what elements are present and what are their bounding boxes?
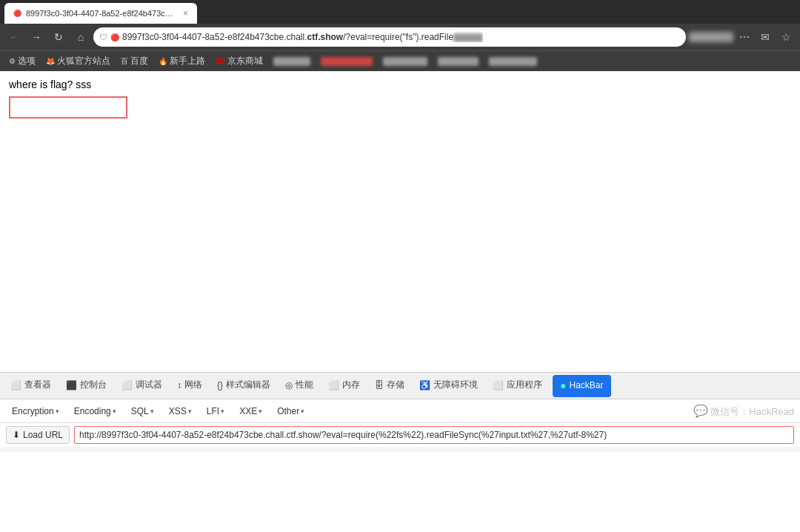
performance-icon: ◎: [285, 380, 293, 390]
console-icon: ⬛: [66, 380, 77, 390]
settings-icon: ⚙: [9, 57, 16, 65]
tab-inspector[interactable]: ⬜ 查看器: [3, 374, 59, 397]
watermark-text: 微信号：HackRead: [710, 406, 794, 417]
bookmark-blurred-3[interactable]: [379, 56, 432, 67]
sql-menu[interactable]: SQL ▾: [125, 404, 160, 419]
xxe-label: XXE: [239, 406, 257, 416]
other-arrow: ▾: [301, 408, 304, 415]
sql-arrow: ▾: [150, 408, 154, 415]
hackbar-dot-icon: ●: [560, 379, 566, 391]
lfi-menu[interactable]: LFI ▾: [201, 404, 230, 419]
tab-memory[interactable]: ⬜ 内存: [321, 374, 367, 397]
page-text: where is flag? sss: [9, 79, 791, 90]
tab-title: 8997f3c0-3f04-4407-8a52-e8f24b473cbe.cha…: [26, 9, 176, 18]
bookmark-blurred-1[interactable]: [269, 56, 315, 67]
bookmark-jd[interactable]: JD 京东商城: [211, 53, 267, 69]
encoding-label: Encoding: [74, 406, 111, 416]
hackbar-toolbar: Encryption ▾ Encoding ▾ SQL ▾ XSS ▾ LFI …: [0, 399, 800, 423]
jd-icon: JD: [216, 57, 225, 65]
xxe-menu[interactable]: XXE ▾: [233, 404, 268, 419]
debugger-icon: ⬜: [121, 380, 133, 390]
bookmark-newhand-label: 新手上路: [170, 55, 205, 67]
tab-console-label: 控制台: [80, 379, 107, 391]
tab-style-editor-label: 样式编辑器: [226, 379, 270, 391]
tab-accessibility-label: 无障碍环境: [433, 379, 478, 391]
lfi-arrow: ▾: [221, 408, 224, 415]
refresh-button[interactable]: ↻: [49, 27, 68, 47]
application-icon: ⬜: [493, 380, 504, 390]
sql-label: SQL: [131, 406, 149, 416]
tab-application[interactable]: ⬜ 应用程序: [485, 374, 550, 397]
tab-hackbar[interactable]: ● HackBar: [553, 375, 610, 397]
memory-icon: ⬜: [328, 380, 339, 390]
style-editor-icon: {}: [217, 380, 223, 390]
address-bar[interactable]: 🛡 🔴 8997f3c0-3f04-4407-8a52-e8f24b473cbe…: [93, 27, 686, 47]
bookmark-newhand[interactable]: 🔥 新手上路: [154, 53, 210, 69]
tab-performance[interactable]: ◎ 性能: [278, 374, 321, 397]
tab-close-btn[interactable]: ×: [183, 8, 188, 19]
nav-right-buttons: ⋯ ✉ ☆: [689, 27, 796, 47]
bookmark-baidu-label: 百度: [130, 55, 148, 67]
hackbar-url-bar: ⬇ Load URL: [0, 423, 800, 447]
tab-favicon: 🔴: [13, 10, 21, 17]
tab-hackbar-label: HackBar: [569, 380, 603, 390]
menu-button[interactable]: ⋯: [735, 27, 754, 47]
site-icon: 🔴: [110, 33, 119, 41]
active-tab[interactable]: 🔴 8997f3c0-3f04-4407-8a52-e8f24b473cbe.c…: [4, 3, 197, 24]
bookmark-blurred-2[interactable]: [316, 56, 377, 67]
tab-bar: 🔴 8997f3c0-3f04-4407-8a52-e8f24b473cbe.c…: [0, 0, 800, 24]
xss-menu[interactable]: XSS ▾: [163, 404, 198, 419]
bookmarks-bar: ⚙ 选项 🦊 火狐官方站点 百 百度 🔥 新手上路 JD 京东商城: [0, 50, 800, 71]
other-label: Other: [277, 406, 299, 416]
encoding-arrow: ▾: [113, 408, 116, 415]
nav-bar: ← → ↻ ⌂ 🛡 🔴 8997f3c0-3f04-4407-8a52-e8f2…: [0, 24, 800, 50]
tab-memory-label: 内存: [342, 379, 360, 391]
tab-network-label: 网络: [184, 379, 202, 391]
bookmark-star-button[interactable]: ☆: [776, 27, 796, 47]
shield-icon: 🛡: [99, 33, 107, 41]
tab-storage-label: 存储: [387, 379, 404, 391]
back-button[interactable]: ←: [4, 27, 24, 47]
bookmark-settings-label: 选项: [18, 55, 36, 67]
bookmark-firefox[interactable]: 🦊 火狐官方站点: [41, 53, 115, 69]
xss-label: XSS: [169, 406, 187, 416]
home-button[interactable]: ⌂: [71, 27, 90, 47]
storage-icon: 🗄: [375, 380, 384, 390]
accessibility-icon: ♿: [419, 380, 430, 390]
baidu-icon: 百: [121, 56, 128, 67]
devtools-tabs: ⬜ 查看器 ⬛ 控制台 ⬜ 调试器 ↕ 网络 {} 样式编辑器 ◎ 性能: [0, 373, 800, 399]
tab-storage[interactable]: 🗄 存储: [367, 374, 412, 397]
tab-performance-label: 性能: [296, 379, 313, 391]
tab-style-editor[interactable]: {} 样式编辑器: [210, 374, 278, 397]
bookmark-baidu[interactable]: 百 百度: [116, 53, 153, 69]
hackbar-url-input[interactable]: [74, 426, 794, 444]
other-menu[interactable]: Other ▾: [271, 404, 310, 419]
devtools-panel: ⬜ 查看器 ⬛ 控制台 ⬜ 调试器 ↕ 网络 {} 样式编辑器 ◎ 性能: [0, 372, 800, 452]
tab-network[interactable]: ↕ 网络: [170, 374, 210, 397]
forward-button[interactable]: →: [27, 27, 46, 47]
xss-arrow: ▾: [188, 408, 192, 415]
bookmark-settings[interactable]: ⚙ 选项: [4, 53, 40, 69]
load-url-label: Load URL: [23, 430, 63, 440]
hackbar-watermark: 💬 微信号：HackRead: [693, 404, 794, 419]
network-icon: ↕: [177, 380, 181, 390]
bookmark-blurred-4[interactable]: [433, 56, 483, 67]
page-input-field[interactable]: [9, 96, 127, 119]
newhand-icon: 🔥: [159, 57, 167, 65]
load-url-icon: ⬇: [13, 430, 20, 440]
encoding-menu[interactable]: Encoding ▾: [68, 404, 122, 419]
tab-debugger[interactable]: ⬜ 调试器: [114, 374, 170, 397]
tab-application-label: 应用程序: [507, 379, 542, 391]
address-text: 8997f3c0-3f04-4407-8a52-e8f24b473cbe.cha…: [122, 32, 483, 42]
tab-debugger-label: 调试器: [136, 379, 162, 391]
bookmark-blurred-5[interactable]: [484, 56, 541, 67]
lfi-label: LFI: [207, 406, 219, 416]
load-url-button[interactable]: ⬇ Load URL: [6, 426, 70, 444]
bookmark-firefox-label: 火狐官方站点: [57, 55, 110, 67]
tab-console[interactable]: ⬛ 控制台: [59, 374, 114, 397]
xxe-arrow: ▾: [259, 408, 262, 415]
mail-button[interactable]: ✉: [756, 27, 775, 47]
encryption-menu[interactable]: Encryption ▾: [6, 404, 65, 419]
page-content: where is flag? sss ⬜ 查看器 ⬛ 控制台 ⬜ 调试器 ↕ 网…: [0, 71, 800, 452]
tab-accessibility[interactable]: ♿ 无障碍环境: [412, 374, 485, 397]
